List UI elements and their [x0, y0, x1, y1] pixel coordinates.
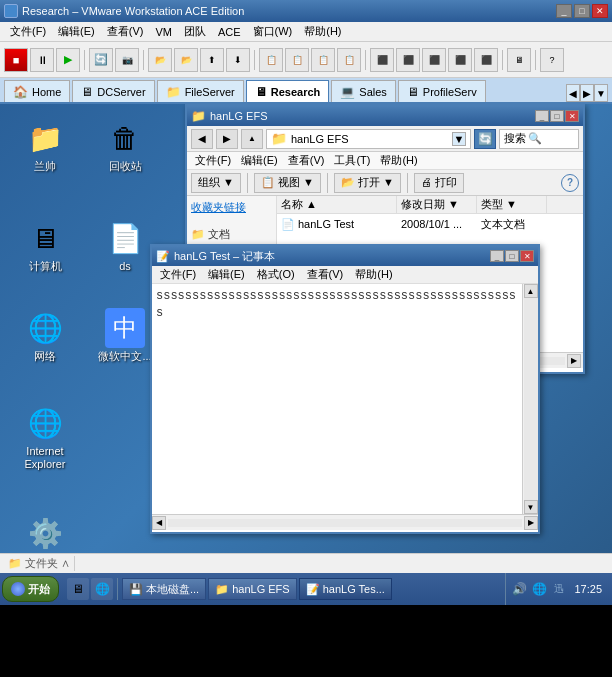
toolbar-btn-3[interactable]: ▶ [56, 48, 80, 72]
icon-label-msime: 微软中文... [98, 350, 151, 363]
explorer-restore-btn[interactable]: □ [550, 110, 564, 122]
open-button[interactable]: 📂 打开 ▼ [334, 173, 401, 193]
address-dropdown[interactable]: ▼ [452, 132, 466, 146]
toolbar-btn-1[interactable]: ■ [4, 48, 28, 72]
file-name: 📄 hanLG Test [281, 218, 401, 231]
quick-ie[interactable]: 🌐 [91, 578, 113, 600]
toolbar-btn-10[interactable]: 📋 [259, 48, 283, 72]
np-menu-view[interactable]: 查看(V) [303, 267, 348, 282]
search-box[interactable]: 搜索 🔍 [499, 129, 579, 149]
toolbar-btn-7[interactable]: 📂 [174, 48, 198, 72]
tab-dcserver[interactable]: 🖥 DCServer [72, 80, 154, 102]
vscroll-track[interactable] [524, 298, 538, 500]
print-button[interactable]: 🖨 打印 [414, 173, 464, 193]
tab-home[interactable]: 🏠 Home [4, 80, 70, 102]
desktop-icon-computer[interactable]: 🖥 计算机 [10, 214, 80, 277]
toolbar-btn-12[interactable]: 📋 [311, 48, 335, 72]
toolbar-btn-13[interactable]: 📋 [337, 48, 361, 72]
toolbar-btn-18[interactable]: ⬛ [474, 48, 498, 72]
desktop-icon-lanshuai[interactable]: 📁 兰帅 [10, 114, 80, 177]
toolbar-btn-9[interactable]: ⬇ [226, 48, 250, 72]
menu-edit[interactable]: 编辑(E) [52, 22, 101, 41]
col-type[interactable]: 类型 ▼ [477, 196, 547, 213]
forward-button[interactable]: ▶ [216, 129, 238, 149]
np-menu-file[interactable]: 文件(F) [156, 267, 200, 282]
quick-show-desktop[interactable]: 🖥 [67, 578, 89, 600]
toolbar-btn-4[interactable]: 🔄 [89, 48, 113, 72]
col-name[interactable]: 名称 ▲ [277, 196, 397, 213]
np-hscroll-right[interactable]: ▶ [524, 516, 538, 530]
menu-vm[interactable]: VM [149, 24, 178, 40]
explorer-minimize-btn[interactable]: _ [535, 110, 549, 122]
tab-scroll-right[interactable]: ▶ [580, 84, 594, 102]
toolbar-btn-14[interactable]: ⬛ [370, 48, 394, 72]
desktop-icon-recycle[interactable]: 🗑 回收站 [90, 114, 160, 177]
help-icon[interactable]: ? [561, 174, 579, 192]
task-hanlg-efs[interactable]: 📁 hanLG EFS [208, 578, 296, 600]
systray-sound[interactable]: 🔊 [510, 580, 528, 598]
file-date: 2008/10/1 ... [401, 218, 481, 230]
toolbar-btn-19[interactable]: 🖥 [507, 48, 531, 72]
organize-button[interactable]: 组织 ▼ [191, 173, 241, 193]
vscroll-down[interactable]: ▼ [524, 500, 538, 514]
tab-sales[interactable]: 💻 Sales [331, 80, 396, 102]
task-hanlg-test[interactable]: 📝 hanLG Tes... [299, 578, 392, 600]
desktop-icon-network[interactable]: 🌐 网络 [10, 304, 80, 367]
notepad-text[interactable]: ssssssssssssssssssssssssssssssssssssssss… [156, 288, 522, 322]
np-hscroll-track[interactable] [168, 519, 522, 527]
sep1 [84, 50, 85, 70]
minimize-button[interactable]: _ [556, 4, 572, 18]
notepad-minimize-btn[interactable]: _ [490, 250, 504, 262]
favorites-link[interactable]: 收藏夹链接 [191, 200, 272, 215]
menu-help[interactable]: 帮助(H) [298, 22, 347, 41]
tab-scroll-left[interactable]: ◀ [566, 84, 580, 102]
toolbar-btn-5[interactable]: 📷 [115, 48, 139, 72]
menu-team[interactable]: 团队 [178, 22, 212, 41]
exp-menu-file[interactable]: 文件(F) [191, 153, 235, 168]
col-date[interactable]: 修改日期 ▼ [397, 196, 477, 213]
refresh-button[interactable]: 🔄 [474, 129, 496, 149]
task-local-disk[interactable]: 💾 本地磁盘... [122, 578, 206, 600]
np-menu-format[interactable]: 格式(O) [253, 267, 299, 282]
start-button[interactable]: 开始 [2, 576, 59, 602]
exp-menu-edit[interactable]: 编辑(E) [237, 153, 282, 168]
toolbar-btn-8[interactable]: ⬆ [200, 48, 224, 72]
toolbar-btn-20[interactable]: ? [540, 48, 564, 72]
tab-research[interactable]: 🖥 Research [246, 80, 330, 102]
menu-windows[interactable]: 窗口(W) [247, 22, 299, 41]
vscroll-up[interactable]: ▲ [524, 284, 538, 298]
exp-menu-view[interactable]: 查看(V) [284, 153, 329, 168]
hscroll-right[interactable]: ▶ [567, 354, 581, 368]
toolbar-btn-17[interactable]: ⬛ [448, 48, 472, 72]
exp-menu-tools[interactable]: 工具(T) [330, 153, 374, 168]
systray-network[interactable]: 🌐 [530, 580, 548, 598]
notepad-restore-btn[interactable]: □ [505, 250, 519, 262]
menu-view[interactable]: 查看(V) [101, 22, 150, 41]
tab-fileserver[interactable]: 📁 FileServer [157, 80, 244, 102]
desktop-icon-ie[interactable]: 🌐 Internet Explorer [10, 399, 80, 475]
toolbar-btn-11[interactable]: 📋 [285, 48, 309, 72]
np-hscroll-left[interactable]: ◀ [152, 516, 166, 530]
address-bar[interactable]: 📁 hanLG EFS ▼ [266, 129, 471, 149]
maximize-button[interactable]: □ [574, 4, 590, 18]
close-button[interactable]: ✕ [592, 4, 608, 18]
tab-scroll-down[interactable]: ▼ [594, 84, 608, 102]
menu-file[interactable]: 文件(F) [4, 22, 52, 41]
view-button[interactable]: 📋 视图 ▼ [254, 173, 321, 193]
notepad-close-btn[interactable]: ✕ [520, 250, 534, 262]
toolbar-btn-6[interactable]: 📂 [148, 48, 172, 72]
explorer-close-btn[interactable]: ✕ [565, 110, 579, 122]
tab-profileserv[interactable]: 🖥 ProfileServ [398, 80, 486, 102]
file-row[interactable]: 📄 hanLG Test 2008/10/1 ... 文本文档 [277, 214, 583, 234]
np-menu-edit[interactable]: 编辑(E) [204, 267, 249, 282]
exp-menu-help[interactable]: 帮助(H) [376, 153, 421, 168]
np-menu-help[interactable]: 帮助(H) [351, 267, 396, 282]
menu-ace[interactable]: ACE [212, 24, 247, 40]
toolbar-btn-16[interactable]: ⬛ [422, 48, 446, 72]
title-bar: Research – VMware Workstation ACE Editio… [0, 0, 612, 22]
up-button[interactable]: ▲ [241, 129, 263, 149]
toolbar-btn-15[interactable]: ⬛ [396, 48, 420, 72]
back-button[interactable]: ◀ [191, 129, 213, 149]
toolbar-btn-2[interactable]: ⏸ [30, 48, 54, 72]
sidebar-item-documents[interactable]: 📁 文档 [191, 227, 272, 242]
